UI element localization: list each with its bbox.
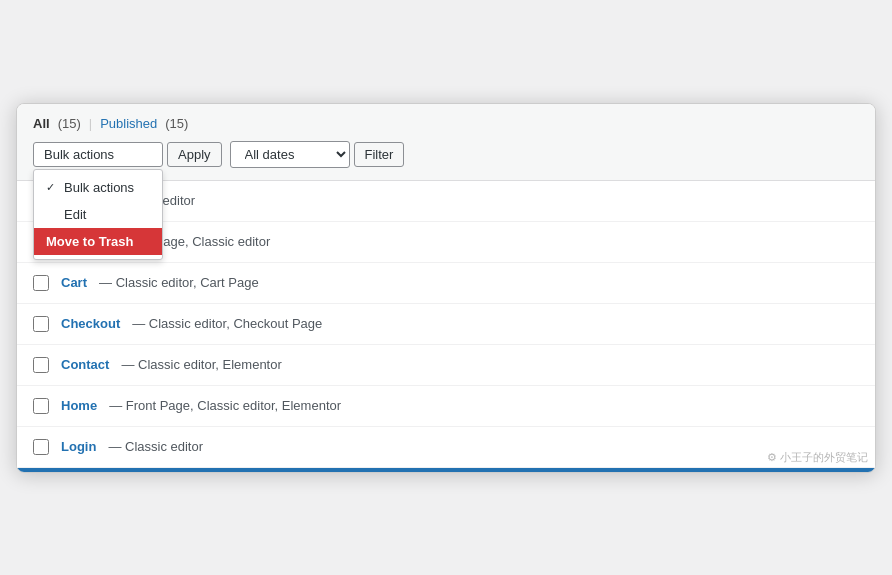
bottom-bar xyxy=(17,468,875,472)
tab-all[interactable]: All xyxy=(33,116,50,131)
tab-separator: | xyxy=(89,116,92,131)
page-meta: — Classic editor xyxy=(108,439,203,454)
dropdown-item-bulk-actions[interactable]: ✓ Bulk actions xyxy=(34,174,162,201)
table-row: Checkout— Classic editor, Checkout Page xyxy=(17,304,875,345)
page-meta: — Front Page, Classic editor, Elementor xyxy=(109,398,341,413)
page-title-link[interactable]: Login xyxy=(61,439,96,454)
page-title-link[interactable]: Cart xyxy=(61,275,87,290)
bulk-actions-label: Bulk actions xyxy=(44,147,114,162)
row-checkbox[interactable] xyxy=(33,439,49,455)
tab-published[interactable]: Published xyxy=(100,116,157,131)
table-row: Contact— Classic editor, Elementor xyxy=(17,345,875,386)
tab-published-count: (15) xyxy=(165,116,188,131)
row-checkbox[interactable] xyxy=(33,357,49,373)
tab-all-count: (15) xyxy=(58,116,81,131)
bulk-actions-menu: ✓ Bulk actions Edit Move to Trash xyxy=(33,169,163,260)
filter-button[interactable]: Filter xyxy=(354,142,405,167)
table-row: Cart— Classic editor, Cart Page xyxy=(17,263,875,304)
row-checkbox[interactable] xyxy=(33,398,49,414)
bulk-actions-dropdown[interactable]: Bulk actions ✓ Bulk actions Edit xyxy=(33,142,163,167)
checkmark-icon: ✓ xyxy=(46,181,60,194)
dates-filter[interactable]: All dates xyxy=(230,141,350,168)
dropdown-item-move-to-trash[interactable]: Move to Trash xyxy=(34,228,162,255)
row-checkbox[interactable] xyxy=(33,275,49,291)
table-row: Login— Classic editor xyxy=(17,427,875,468)
apply-button[interactable]: Apply xyxy=(167,142,222,167)
table-row: Home— Front Page, Classic editor, Elemen… xyxy=(17,386,875,427)
dropdown-item-edit[interactable]: Edit xyxy=(34,201,162,228)
page-meta: — Classic editor, Elementor xyxy=(121,357,281,372)
bulk-actions-button[interactable]: Bulk actions xyxy=(33,142,163,167)
row-checkbox[interactable] xyxy=(33,316,49,332)
page-title-link[interactable]: Home xyxy=(61,398,97,413)
page-meta: — Classic editor, Checkout Page xyxy=(132,316,322,331)
page-meta: — Classic editor, Cart Page xyxy=(99,275,259,290)
watermark: ⚙ 小王子的外贸笔记 xyxy=(767,450,868,465)
page-title-link[interactable]: Contact xyxy=(61,357,109,372)
page-title-link[interactable]: Checkout xyxy=(61,316,120,331)
